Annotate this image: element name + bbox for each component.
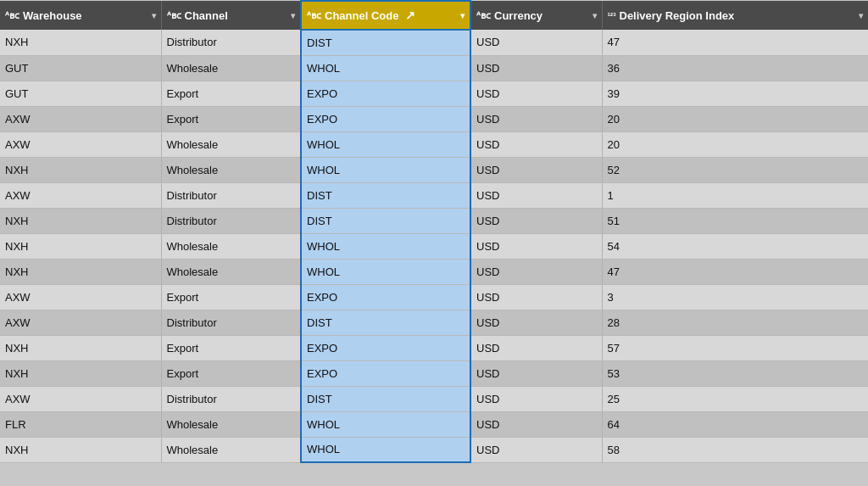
cell-channel: Export [161,335,301,360]
cell-warehouse: NXH [0,437,161,462]
table-row: NXHExportEXPOUSD53 [0,360,868,386]
col-header-delivery[interactable]: ¹²³Delivery Region Index▾ [602,1,868,30]
cell-warehouse: AXW [0,386,161,411]
col-dropdown-currency[interactable]: ▾ [593,11,597,20]
cell-warehouse: AXW [0,131,161,157]
cell-currency: USD [470,360,602,386]
cell-currency: USD [470,335,602,360]
cell-currency: USD [470,30,602,55]
col-label-channel: Channel [185,9,228,22]
cell-warehouse: NXH [0,157,161,182]
cell-currency: USD [470,131,602,157]
cell-delivery: 3 [602,284,868,310]
cursor-icon: ↗ [405,8,415,22]
cell-warehouse: NXH [0,335,161,360]
table-row: NXHDistributorDISTUSD51 [0,208,868,233]
cell-code: EXPO [301,106,470,131]
col-label-delivery: Delivery Region Index [620,9,735,22]
cell-delivery: 53 [602,360,868,386]
col-dropdown-channel[interactable]: ▾ [291,11,295,20]
cell-channel: Export [161,284,301,310]
col-header-currency[interactable]: ᴬʙᴄCurrency▾ [470,1,602,30]
cell-currency: USD [470,182,602,208]
cell-delivery: 28 [602,310,868,335]
cell-code: DIST [301,182,470,208]
data-table: ᴬʙᴄWarehouse▾ᴬʙᴄChannel▾ᴬʙᴄChannel Code↗… [0,0,868,486]
cell-currency: USD [470,106,602,131]
cell-channel: Wholesale [161,157,301,182]
table-row: NXHWholesaleWHOLUSD54 [0,233,868,259]
cell-channel: Distributor [161,208,301,233]
cell-warehouse: NXH [0,208,161,233]
cell-channel: Wholesale [161,131,301,157]
col-header-channel[interactable]: ᴬʙᴄChannel▾ [161,1,301,30]
cell-channel: Export [161,360,301,386]
cell-code: WHOL [301,411,470,437]
cell-currency: USD [470,386,602,411]
table-row: AXWExportEXPOUSD3 [0,284,868,310]
cell-delivery: 64 [602,411,868,437]
cell-code: EXPO [301,284,470,310]
table-row: NXHWholesaleWHOLUSD58 [0,437,868,462]
cell-delivery: 20 [602,106,868,131]
col-dropdown-warehouse[interactable]: ▾ [152,11,156,20]
cell-delivery: 39 [602,81,868,106]
cell-code: DIST [301,208,470,233]
cell-code: DIST [301,30,470,55]
cell-currency: USD [470,81,602,106]
cell-channel: Wholesale [161,259,301,284]
col-header-code[interactable]: ᴬʙᴄChannel Code↗▾ [301,1,470,30]
cell-channel: Wholesale [161,437,301,462]
col-dropdown-code[interactable]: ▾ [460,11,465,20]
table-row: AXWExportEXPOUSD20 [0,106,868,131]
cell-code: EXPO [301,335,470,360]
cell-code: WHOL [301,233,470,259]
cell-code: WHOL [301,55,470,81]
cell-channel: Distributor [161,182,301,208]
cell-warehouse: FLR [0,411,161,437]
cell-currency: USD [470,437,602,462]
cell-currency: USD [470,284,602,310]
cell-channel: Distributor [161,30,301,55]
cell-delivery: 25 [602,386,868,411]
cell-warehouse: AXW [0,182,161,208]
table-row: NXHWholesaleWHOLUSD52 [0,157,868,182]
cell-delivery: 57 [602,335,868,360]
cell-currency: USD [470,55,602,81]
cell-channel: Wholesale [161,233,301,259]
table-row: AXWDistributorDISTUSD25 [0,386,868,411]
table-row: NXHDistributorDISTUSD47 [0,30,868,55]
cell-channel: Wholesale [161,55,301,81]
cell-delivery: 52 [602,157,868,182]
table-row: AXWDistributorDISTUSD28 [0,310,868,335]
col-label-warehouse: Warehouse [23,9,82,22]
col-header-warehouse[interactable]: ᴬʙᴄWarehouse▾ [0,1,161,30]
cell-delivery: 20 [602,131,868,157]
col-dropdown-delivery[interactable]: ▾ [859,11,863,20]
cell-code: DIST [301,386,470,411]
cell-channel: Wholesale [161,411,301,437]
col-icon-code: ᴬʙᴄ [307,10,321,21]
cell-delivery: 58 [602,437,868,462]
cell-code: WHOL [301,157,470,182]
cell-code: DIST [301,310,470,335]
cell-delivery: 54 [602,233,868,259]
cell-channel: Export [161,81,301,106]
table-row: AXWWholesaleWHOLUSD20 [0,131,868,157]
table-row: GUTWholesaleWHOLUSD36 [0,55,868,81]
table-row: AXWDistributorDISTUSD1 [0,182,868,208]
cell-code: WHOL [301,131,470,157]
cell-currency: USD [470,259,602,284]
col-label-currency: Currency [494,9,542,22]
cell-warehouse: NXH [0,360,161,386]
cell-currency: USD [470,157,602,182]
cell-code: WHOL [301,437,470,462]
cell-currency: USD [470,208,602,233]
cell-delivery: 47 [602,30,868,55]
table-row: NXHExportEXPOUSD57 [0,335,868,360]
cell-channel: Distributor [161,310,301,335]
cell-warehouse: NXH [0,233,161,259]
col-label-code: Channel Code [325,9,398,22]
col-icon-delivery: ¹²³ [608,11,616,20]
cell-currency: USD [470,411,602,437]
